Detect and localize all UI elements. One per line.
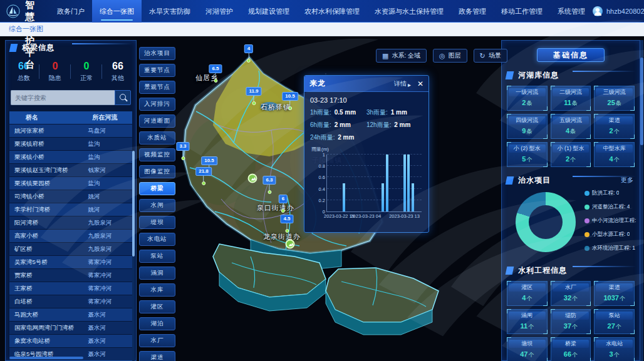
engineering-card: 桥梁66个 (551, 337, 591, 361)
y-tick: 0.2 (319, 197, 325, 203)
map-marker[interactable]: 10.5 (282, 92, 298, 110)
card-value: 27个 (596, 322, 633, 331)
table-row[interactable]: 栗溪镇小桥盐沟 (9, 151, 132, 163)
map-control-0[interactable]: ▦水系: 全域 (376, 49, 427, 63)
card-label: 小 (1) 型水 (553, 145, 589, 153)
nav-item-2[interactable]: 水旱灾害防御 (142, 0, 198, 23)
basic-info-badge[interactable]: 基础信息 (537, 48, 605, 62)
map-marker[interactable]: 4 (244, 44, 253, 63)
cell-bridge-name: 李学村门湾桥 (9, 206, 83, 214)
nav-item-4[interactable]: 规划建设管理 (241, 0, 297, 23)
station-icon[interactable] (248, 174, 257, 183)
nav-item-9[interactable]: 系统管理 (550, 0, 593, 23)
cell-river-name: 聂水河 (83, 311, 132, 319)
table-row[interactable]: 王家桥蒋家冲河 (9, 282, 132, 295)
layer-item-3[interactable]: 入河排污 (139, 98, 175, 111)
marker-dot (202, 181, 205, 185)
map-marker[interactable]: 21.8 (195, 167, 212, 185)
table-row[interactable]: 姚河张家桥马盘河 (9, 125, 132, 137)
nav-item-0[interactable]: 政务门户 (49, 0, 92, 23)
breadcrumb[interactable]: 综合一张图 (9, 24, 43, 34)
cell-bridge-name: 矿区桥 (9, 245, 83, 253)
search-icon[interactable] (115, 90, 131, 105)
map-marker[interactable]: 6.3 (262, 176, 276, 194)
layer-item-12[interactable]: 泵站 (139, 250, 175, 263)
close-icon[interactable] (417, 80, 423, 88)
map-marker[interactable]: 4.5 (280, 215, 293, 233)
table-row[interactable]: 国家电网周湾门门湾桥聂水河 (9, 322, 132, 334)
layer-item-0[interactable]: 治水项目 (139, 47, 175, 60)
layer-item-5[interactable]: 水质站 (139, 131, 175, 145)
nav-item-6[interactable]: 水资源与水土保持管理 (367, 0, 451, 23)
marker-value: 10.5 (282, 92, 298, 101)
layer-item-8[interactable]: 桥梁 (139, 182, 175, 195)
table-row[interactable]: 阳河湾桥九股泉河 (9, 216, 132, 229)
marker-dot (247, 59, 251, 63)
nav-item-7[interactable]: 政务管理 (451, 0, 494, 23)
map-marker[interactable]: 6 (279, 195, 288, 213)
bridge-stat-3: 66其他 (102, 61, 133, 83)
map-marker[interactable]: 3.3 (176, 142, 189, 160)
layer-item-17[interactable]: 水厂 (139, 334, 175, 347)
map-marker[interactable]: 11.9 (246, 87, 261, 105)
station-icon[interactable] (286, 240, 295, 249)
layer-item-13[interactable]: 涵洞 (139, 267, 175, 280)
nav-item-8[interactable]: 移动工作管理 (494, 0, 550, 23)
more-link[interactable]: 更多 (621, 176, 633, 185)
user-name: hhzb42080201 (606, 8, 644, 15)
card-label: 五级河流 (553, 116, 589, 125)
table-row[interactable]: 李学村门湾桥姚河 (9, 203, 132, 216)
layer-item-15[interactable]: 灌区 (139, 300, 175, 313)
table-row[interactable]: 栗溪镇府桥盐沟 (9, 138, 132, 150)
map-marker[interactable]: 6.5 (209, 64, 222, 83)
layer-item-9[interactable]: 水闸 (139, 199, 175, 212)
layer-item-7[interactable]: 图像监控 (139, 165, 175, 178)
stat-value: 0 (39, 61, 71, 72)
rain-chart: 雨量(m) 00.20.40.60.812023-03-22 192023-03… (310, 147, 423, 227)
stat-label: 其他 (102, 74, 133, 83)
project-section-title: 治水项目 (518, 175, 551, 186)
bridge-info-panel: 桥梁信息 66总数0隐患0正常66其他 桥名 所在河流 姚河张家桥马盘河栗溪镇府… (5, 40, 137, 361)
table-row[interactable]: 白塔桥蒋家冲河 (9, 295, 132, 308)
table-row[interactable]: 吴家湾5号桥蒋家冲河 (9, 256, 132, 268)
table-row[interactable]: 栗溪镇赵玉湾门湾桥钱家河 (9, 164, 132, 176)
layer-item-6[interactable]: 视频监控 (139, 148, 175, 161)
card-unit: 个 (614, 128, 620, 135)
map-control-1[interactable]: ◎图层 (433, 49, 467, 63)
layer-item-1[interactable]: 重要节点 (139, 64, 175, 77)
user-menu[interactable]: hhzb42080201 (593, 6, 644, 16)
map-control-2[interactable]: ↻场景 (474, 49, 507, 63)
table-scrollbar[interactable] (132, 151, 135, 361)
nav-item-1[interactable]: 综合一张图 (92, 0, 142, 23)
legend-item-1: 河道整治工程: 4 (584, 203, 637, 211)
cell-river-name: 钱家河 (83, 166, 132, 175)
layer-item-16[interactable]: 湖泊 (139, 317, 175, 330)
layer-item-4[interactable]: 河道断面 (139, 114, 175, 128)
table-hscrollbar[interactable] (9, 357, 83, 359)
card-unit: 个 (616, 323, 621, 330)
table-row[interactable]: 贾家桥蒋家冲河 (9, 269, 132, 282)
layer-item-2[interactable]: 景观节点 (139, 81, 175, 94)
rain-stats: 1h雨量: 0.5 mm3h雨量: 1 mm6h雨量: 2 mm12h雨量: 2… (310, 108, 423, 142)
layer-item-11[interactable]: 水电站 (139, 233, 175, 246)
layer-item-18[interactable]: 渠道 (139, 351, 175, 361)
nav-item-5[interactable]: 农村水利保障管理 (297, 0, 367, 23)
card-value: 37个 (553, 322, 589, 331)
table-row[interactable]: 高家小桥九股泉河 (9, 230, 132, 242)
right-panel-scrollbar[interactable] (640, 40, 643, 361)
table-row[interactable]: 马跑大桥聂水河 (9, 308, 132, 321)
table-row[interactable]: 象窝水电站桥聂水河 (9, 335, 132, 347)
card-value: 4个 (596, 155, 633, 164)
engineering-card: 塘坝47个 (507, 337, 548, 361)
table-row[interactable]: 栗溪镇栗园桥盐沟 (9, 177, 132, 190)
detail-link[interactable]: 详情 (394, 79, 407, 88)
layer-item-10[interactable]: 堤坝 (139, 216, 175, 229)
layers-icon: ◎ (439, 53, 445, 59)
cell-river-name: 姚河 (83, 193, 132, 201)
table-row[interactable]: 司湾镇小桥姚河 (9, 190, 132, 203)
layer-item-14[interactable]: 水库 (139, 283, 175, 297)
nav-item-3[interactable]: 河湖管护 (198, 0, 241, 23)
table-row[interactable]: 矿区桥九股泉河 (9, 243, 132, 255)
search-input[interactable] (11, 90, 115, 105)
river-card: 二级河流11条 (551, 86, 591, 111)
